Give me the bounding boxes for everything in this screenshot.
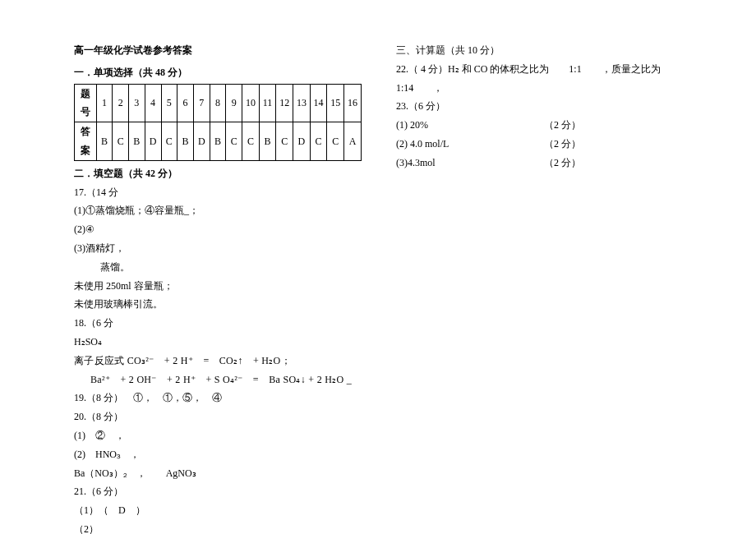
q18-head: 18.（6 分 (74, 314, 362, 333)
cell: B (259, 122, 276, 161)
q21-head: 21.（6 分） (74, 482, 362, 501)
cell: 4 (145, 84, 161, 122)
points-label: （2 分） (544, 116, 581, 135)
cell: B (210, 122, 226, 161)
cell: B (128, 122, 145, 161)
cell: 3 (128, 84, 145, 122)
q18-b: 离子反应式 CO₃²⁻ + 2 H⁺ = CO₂↑ + H₂O； (74, 352, 362, 371)
cell: 12 (276, 84, 293, 122)
points-label: （2 分） (544, 154, 581, 173)
right-column: 三、计算题（共 10 分） 22.（ 4 分）H₂ 和 CO 的体积之比为 1:… (386, 41, 690, 518)
section-3-heading: 三、计算题（共 10 分） (396, 41, 690, 60)
row-label-ans: 答案 (75, 122, 97, 161)
mc-answer-table: 题号 1 2 3 4 5 6 7 8 9 10 11 12 13 14 15 1… (74, 84, 362, 161)
q17-part3b: 蒸馏。 (74, 258, 362, 277)
cell: 14 (310, 84, 327, 122)
q23-head: 23.（6 分） (396, 97, 690, 116)
q20-part2: (2) HNO₃ ， (74, 445, 362, 464)
row-label-num: 题号 (75, 84, 97, 122)
q21-part1: （1）（ D ） (74, 501, 362, 520)
q19: 19.（8 分） ①， ①，⑤， ④ (74, 389, 362, 407)
cell: A (344, 122, 362, 161)
cell: 2 (113, 84, 129, 122)
cell: B (177, 122, 194, 161)
q18-c: Ba²⁺ + 2 OH⁻ + 2 H⁺ + S O₄²⁻ = Ba SO₄↓ +… (74, 371, 362, 389)
table-row: 题号 1 2 3 4 5 6 7 8 9 10 11 12 13 14 15 1… (75, 84, 362, 122)
cell: 15 (327, 84, 344, 122)
q23-part1: (1) 20% (396, 116, 544, 135)
left-column: 高一年级化学试卷参考答案 一．单项选择（共 48 分） 题号 1 2 3 4 5… (74, 41, 386, 518)
table-row: 答案 B C B D C B D B C C B C D C C A (75, 122, 362, 161)
cell: 6 (177, 84, 194, 122)
paper-title: 高一年级化学试卷参考答案 (74, 41, 362, 60)
cell: 11 (259, 84, 276, 122)
q20-part1: (1) ② ， (74, 426, 362, 445)
q23-part3: (3)4.3mol (396, 154, 544, 173)
cell: C (226, 122, 242, 161)
q17-part5: 未使用玻璃棒引流。 (74, 295, 362, 314)
q23-part3-row: (3)4.3mol （2 分） (396, 154, 690, 173)
cell: D (193, 122, 210, 161)
cell: D (293, 122, 311, 161)
cell: C (113, 122, 129, 161)
q21-part2: （2） (74, 520, 362, 534)
cell: 5 (161, 84, 177, 122)
cell: 16 (344, 84, 362, 122)
section-2-heading: 二．填空题（共 42 分） (74, 164, 362, 183)
cell: 9 (226, 84, 242, 122)
cell: 13 (293, 84, 311, 122)
q17-part2: (2)④ (74, 220, 362, 239)
section-1-heading: 一．单项选择（共 48 分） (74, 63, 362, 82)
q18-a: H₂SO₄ (74, 333, 362, 352)
q20-head: 20.（8 分） (74, 407, 362, 426)
cell: 10 (242, 84, 260, 122)
q17-part3: (3)酒精灯， (74, 239, 362, 258)
q17-part4: 未使用 250ml 容量瓶； (74, 277, 362, 296)
q20-part3: Ba（NO₃）₂ ， AgNO₃ (74, 464, 362, 483)
q17-part1: (1)①蒸馏烧瓶；④容量瓶_； (74, 201, 362, 220)
cell: C (327, 122, 344, 161)
cell: C (310, 122, 327, 161)
cell: B (96, 122, 113, 161)
q17-head: 17.（14 分 (74, 183, 362, 202)
cell: D (145, 122, 161, 161)
cell: 7 (193, 84, 210, 122)
cell: 1 (96, 84, 113, 122)
q22: 22.（ 4 分）H₂ 和 CO 的体积之比为 1:1 ，质量之比为 1:14 … (396, 60, 690, 98)
cell: 8 (210, 84, 226, 122)
q23-part2: (2) 4.0 mol/L (396, 135, 544, 154)
q23-part1-row: (1) 20% （2 分） (396, 116, 690, 135)
cell: C (161, 122, 177, 161)
points-label: （2 分） (544, 135, 581, 154)
cell: C (276, 122, 293, 161)
q23-part2-row: (2) 4.0 mol/L （2 分） (396, 135, 690, 154)
cell: C (242, 122, 260, 161)
